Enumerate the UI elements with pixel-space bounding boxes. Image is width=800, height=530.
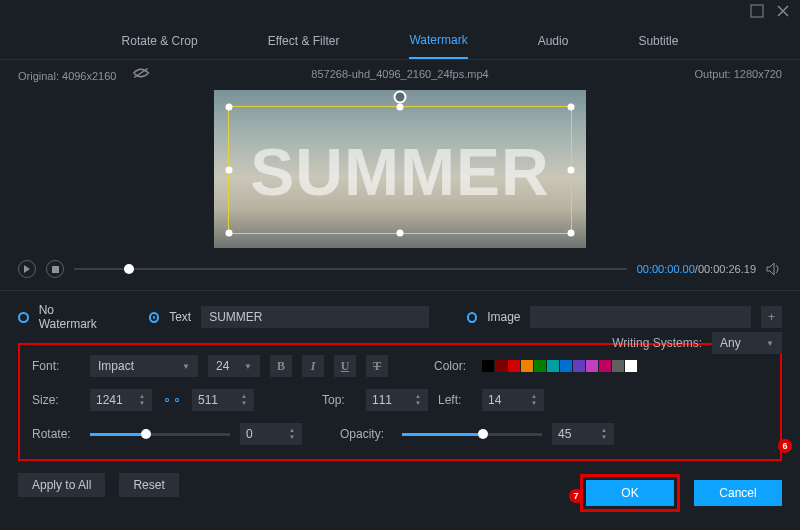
minimize-button[interactable] [750,4,764,18]
resize-handle-sw[interactable] [226,230,233,237]
tab-subtitle[interactable]: Subtitle [638,24,678,58]
resize-handle-w[interactable] [226,167,233,174]
volume-icon[interactable] [766,262,782,276]
original-dimensions-label: Original: 4096x2160 [18,70,116,82]
rotate-value-input[interactable]: 0▲▼ [240,423,302,445]
resize-handle-ne[interactable] [568,104,575,111]
left-label: Left: [438,393,472,407]
italic-button[interactable]: I [302,355,324,377]
video-preview[interactable]: SUMMER [214,90,586,248]
annotation-badge-7: 7 [569,489,583,503]
color-swatch[interactable] [482,360,494,372]
reset-button[interactable]: Reset [119,473,178,497]
close-button[interactable] [776,4,790,18]
seek-track[interactable] [74,268,627,270]
spinner-icon[interactable]: ▲▼ [601,423,611,445]
chevron-down-icon: ▼ [766,339,774,348]
resize-handle-n[interactable] [397,104,404,111]
chevron-down-icon: ▼ [244,362,252,371]
tab-bar: Rotate & Crop Effect & Filter Watermark … [0,22,800,60]
color-swatch[interactable] [573,360,585,372]
tab-watermark[interactable]: Watermark [409,23,467,59]
chevron-down-icon: ▼ [182,362,190,371]
tab-audio[interactable]: Audio [538,24,569,58]
stop-button[interactable] [46,260,64,278]
spinner-icon[interactable]: ▲▼ [289,423,299,445]
size-label: Size: [32,393,80,407]
font-family-select[interactable]: Impact▼ [90,355,198,377]
color-swatch[interactable] [599,360,611,372]
output-dimensions-label: Output: 1280x720 [695,68,782,80]
color-swatch[interactable] [495,360,507,372]
spinner-icon[interactable]: ▲▼ [139,389,149,411]
left-input[interactable]: 14▲▼ [482,389,544,411]
font-controls-panel: 6 Font: Impact▼ 24▼ B I U T Color: Size:… [18,343,782,461]
color-swatch[interactable] [508,360,520,372]
add-image-button[interactable]: + [761,306,782,328]
underline-button[interactable]: U [334,355,356,377]
radio-image[interactable] [467,312,478,323]
image-label: Image [487,310,520,324]
resize-handle-se[interactable] [568,230,575,237]
selection-rectangle[interactable] [228,106,572,234]
link-aspect-icon[interactable]: ⚬⚬ [162,393,182,407]
apply-to-all-button[interactable]: Apply to All [18,473,105,497]
seek-thumb[interactable] [124,264,134,274]
font-size-select[interactable]: 24▼ [208,355,260,377]
height-input[interactable]: 511▲▼ [192,389,254,411]
writing-systems-select[interactable]: Any▼ [712,332,782,354]
resize-handle-e[interactable] [568,167,575,174]
opacity-value-input[interactable]: 45▲▼ [552,423,614,445]
opacity-slider[interactable] [402,433,542,436]
annotation-badge-6: 6 [778,439,792,453]
tab-effect-filter[interactable]: Effect & Filter [268,24,340,58]
total-time: /00:00:26.19 [695,263,756,275]
opacity-label: Opacity: [340,427,392,441]
visibility-toggle-icon[interactable] [132,70,150,82]
svg-rect-0 [751,5,763,17]
text-label: Text [169,310,191,324]
top-input[interactable]: 111▲▼ [366,389,428,411]
image-path-input[interactable] [530,306,751,328]
play-button[interactable] [18,260,36,278]
bold-button[interactable]: B [270,355,292,377]
rotate-label: Rotate: [32,427,80,441]
resize-handle-nw[interactable] [226,104,233,111]
spinner-icon[interactable]: ▲▼ [415,389,425,411]
svg-rect-2 [52,266,59,273]
no-watermark-label: No Watermark [39,303,112,331]
ok-highlight: 7 OK [580,474,680,512]
spinner-icon[interactable]: ▲▼ [241,389,251,411]
slider-thumb[interactable] [478,429,488,439]
color-swatch[interactable] [534,360,546,372]
width-input[interactable]: 1241▲▼ [90,389,152,411]
radio-no-watermark[interactable] [18,312,29,323]
top-label: Top: [322,393,356,407]
current-time: 00:00:00.00 [637,263,695,275]
slider-thumb[interactable] [141,429,151,439]
tab-rotate-crop[interactable]: Rotate & Crop [122,24,198,58]
strikethrough-button[interactable]: T [366,355,388,377]
spinner-icon[interactable]: ▲▼ [531,389,541,411]
color-label: Color: [434,359,472,373]
color-swatch[interactable] [560,360,572,372]
color-swatches [482,360,637,372]
resize-handle-s[interactable] [397,230,404,237]
text-input[interactable] [201,306,429,328]
cancel-button[interactable]: Cancel [694,480,782,506]
rotate-handle[interactable] [394,90,407,103]
color-swatch[interactable] [612,360,624,372]
radio-text[interactable] [149,312,160,323]
color-swatch[interactable] [547,360,559,372]
color-swatch[interactable] [521,360,533,372]
filename-label: 857268-uhd_4096_2160_24fps.mp4 [311,68,488,80]
color-swatch[interactable] [586,360,598,372]
writing-systems-label: Writing Systems: [612,336,702,350]
color-swatch[interactable] [625,360,637,372]
ok-button[interactable]: OK [586,480,674,506]
rotate-slider[interactable] [90,433,230,436]
font-label: Font: [32,359,80,373]
